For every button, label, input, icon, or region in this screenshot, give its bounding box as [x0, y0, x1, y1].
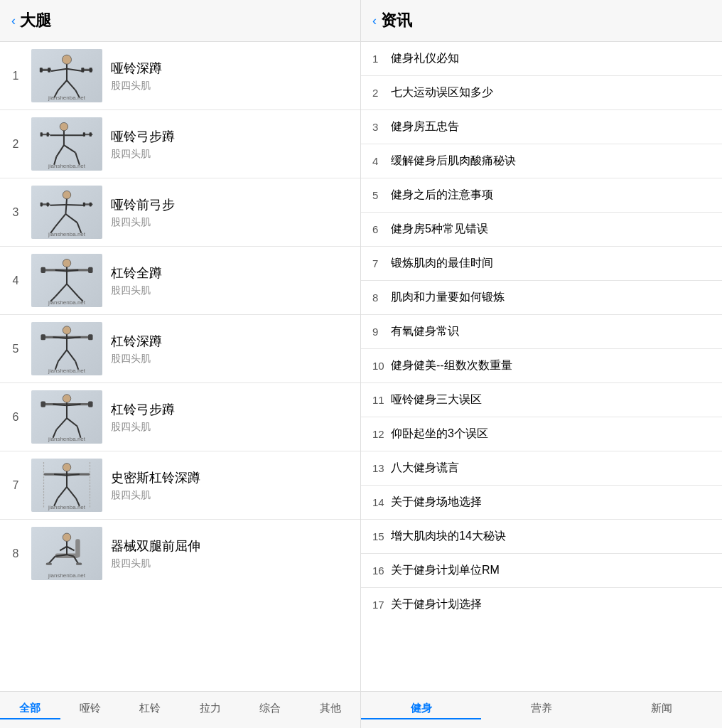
news-number: 7	[372, 257, 391, 269]
svg-line-72	[67, 418, 77, 426]
svg-rect-87	[75, 539, 80, 557]
news-item[interactable]: 13 八大健身谎言	[361, 451, 722, 486]
exercise-name: 杠铃深蹲	[111, 333, 352, 350]
svg-line-90	[60, 547, 67, 551]
news-item[interactable]: 17 关于健身计划选择	[361, 588, 722, 621]
news-title: 缓解健身后肌肉酸痛秘诀	[391, 154, 711, 168]
news-item[interactable]: 7 锻炼肌肉的最佳时间	[361, 247, 722, 281]
exercise-number: 6	[9, 411, 23, 424]
news-item[interactable]: 12 仰卧起坐的3个误区	[361, 417, 722, 451]
exercise-item[interactable]: 2	[0, 110, 360, 178]
svg-rect-19	[90, 132, 92, 136]
svg-line-35	[65, 199, 67, 214]
exercise-item[interactable]: 8	[0, 520, 360, 587]
exercise-number: 3	[9, 206, 23, 219]
svg-line-71	[56, 418, 67, 429]
news-item[interactable]: 10 健身健美--组数次数重量	[361, 349, 722, 383]
exercise-image: jianshenba.net	[31, 527, 102, 580]
exercise-name: 杠铃全蹲	[111, 264, 352, 282]
left-tab-哑铃[interactable]: 哑铃	[60, 699, 121, 719]
news-number: 14	[372, 496, 391, 508]
right-tab-营养[interactable]: 营养	[481, 699, 601, 719]
exercise-muscle: 股四头肌	[111, 489, 352, 502]
exercise-name: 杠铃弓步蹲	[111, 401, 352, 418]
svg-line-11	[67, 80, 75, 90]
exercise-image: jianshenba.net	[31, 117, 102, 171]
news-item[interactable]: 1 健身礼仪必知	[361, 42, 722, 76]
exercise-item[interactable]: 5 jianshenba	[0, 315, 360, 383]
exercise-info: 杠铃弓步蹲 股四头肌	[111, 401, 352, 434]
news-title: 关于健身计划选择	[391, 597, 711, 612]
exercise-name: 哑铃前弓步	[111, 196, 352, 213]
exercise-info: 哑铃深蹲 股四头肌	[111, 60, 352, 92]
exercise-number: 5	[9, 343, 23, 355]
news-number: 16	[372, 564, 391, 577]
news-item[interactable]: 2 七大运动误区知多少	[361, 76, 722, 110]
exercise-image: jianshenba.net	[31, 254, 102, 307]
news-title: 仰卧起坐的3个误区	[391, 427, 711, 441]
exercise-watermark: jianshenba.net	[31, 436, 102, 442]
news-item[interactable]: 3 健身房五忠告	[361, 110, 722, 144]
svg-rect-30	[47, 203, 49, 207]
exercise-image: jianshenba.net	[31, 186, 102, 239]
left-panel: ‹ 大腿 1	[0, 0, 361, 728]
svg-rect-54	[41, 334, 45, 340]
exercise-watermark: jianshenba.net	[31, 299, 102, 306]
news-title: 肌肉和力量要如何锻炼	[391, 290, 711, 305]
news-item[interactable]: 6 健身房5种常见错误	[361, 213, 722, 247]
left-tab-全部[interactable]: 全部	[0, 699, 60, 719]
svg-rect-15	[41, 132, 43, 136]
back-chevron-left[interactable]: ‹	[11, 14, 16, 28]
news-item[interactable]: 9 有氧健身常识	[361, 315, 722, 349]
news-number: 3	[372, 121, 391, 133]
exercise-name: 史密斯杠铃深蹲	[111, 469, 352, 486]
news-item[interactable]: 11 哑铃健身三大误区	[361, 383, 722, 417]
exercise-muscle: 股四头肌	[111, 421, 352, 434]
news-item[interactable]: 15 增大肌肉块的14大秘诀	[361, 520, 722, 554]
news-item[interactable]: 14 关于健身场地选择	[361, 486, 722, 520]
news-number: 6	[372, 223, 391, 235]
news-title: 哑铃健身三大误区	[391, 392, 711, 407]
exercise-item[interactable]: 1	[0, 42, 360, 110]
news-number: 4	[372, 155, 391, 167]
left-tab-其他[interactable]: 其他	[301, 699, 361, 719]
exercise-info: 哑铃弓步蹲 股四头肌	[111, 128, 352, 161]
exercise-item[interactable]: 6 jianshenba	[0, 383, 360, 451]
news-item[interactable]: 4 缓解健身后肌肉酸痛秘诀	[361, 144, 722, 178]
news-title: 锻炼肌肉的最佳时间	[391, 256, 711, 271]
svg-line-82	[58, 487, 67, 498]
svg-line-49	[55, 284, 67, 296]
exercise-image: jianshenba.net	[31, 322, 102, 375]
exercise-item[interactable]: 4 jianshenba	[0, 247, 360, 315]
exercise-info: 杠铃深蹲 股四头肌	[111, 333, 352, 365]
svg-rect-55	[88, 334, 93, 340]
exercise-item[interactable]: 7 j	[0, 451, 360, 520]
svg-rect-16	[47, 132, 49, 136]
news-item[interactable]: 16 关于健身计划单位RM	[361, 554, 722, 588]
left-tab-综合[interactable]: 综合	[240, 699, 301, 719]
exercise-number: 1	[9, 70, 23, 82]
back-chevron-right[interactable]: ‹	[372, 14, 377, 28]
exercise-number: 7	[9, 479, 23, 492]
svg-rect-33	[90, 203, 92, 207]
news-title: 八大健身谎言	[391, 461, 711, 476]
news-title: 有氧健身常识	[391, 324, 711, 339]
news-title: 健身之后的注意事项	[391, 188, 711, 203]
news-number: 13	[372, 462, 391, 474]
left-tab-拉力[interactable]: 拉力	[180, 699, 241, 719]
exercise-info: 杠铃全蹲 股四头肌	[111, 264, 352, 297]
right-tab-健身[interactable]: 健身	[361, 699, 481, 719]
exercise-name: 哑铃深蹲	[111, 60, 352, 77]
right-panel: ‹ 资讯 1 健身礼仪必知 2 七大运动误区知多少 3 健身房五忠告 4 缓解健…	[361, 0, 722, 728]
right-tab-新闻[interactable]: 新闻	[602, 699, 722, 719]
news-title: 关于健身场地选择	[391, 495, 711, 510]
svg-line-61	[67, 350, 75, 361]
svg-line-37	[65, 205, 83, 205]
news-item[interactable]: 8 肌肉和力量要如何锻炼	[361, 281, 722, 315]
svg-rect-65	[41, 402, 45, 407]
svg-line-25	[64, 145, 75, 153]
exercise-item[interactable]: 3	[0, 178, 360, 247]
news-item[interactable]: 5 健身之后的注意事项	[361, 178, 722, 213]
left-tab-杠铃[interactable]: 杠铃	[120, 699, 180, 719]
svg-rect-44	[88, 267, 93, 273]
